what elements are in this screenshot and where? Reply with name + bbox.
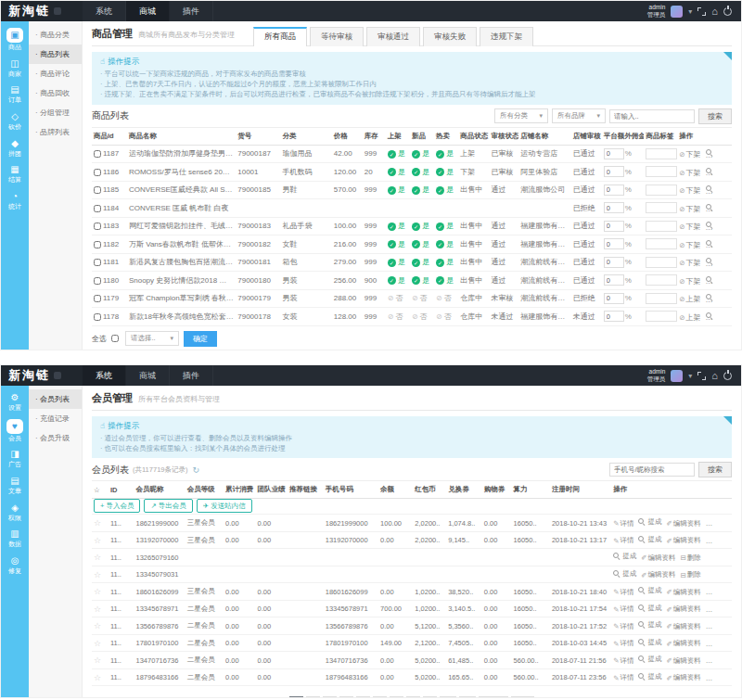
row-checkbox[interactable]	[94, 259, 101, 266]
sidebar-item-shop[interactable]: ◫商家	[2, 57, 28, 80]
row-checkbox[interactable]	[94, 186, 101, 194]
op-edit-link[interactable]: ✎详情	[613, 605, 633, 614]
topnav-item[interactable]: 系统	[83, 1, 126, 21]
home-icon[interactable]: ⌂	[711, 371, 718, 381]
op-edit-link[interactable]: ✎详情	[613, 673, 633, 682]
page-number[interactable]: 8	[406, 696, 420, 697]
op-ban-link[interactable]: ⊘上架	[679, 312, 700, 323]
op-pencil-link[interactable]: ✐编辑资料	[666, 673, 700, 682]
page-number[interactable]: 10	[440, 696, 456, 697]
batch-action-select[interactable]: 请选择..▾	[125, 331, 179, 346]
row-checkbox[interactable]	[94, 313, 101, 321]
keyword-input[interactable]	[609, 109, 695, 123]
tag-input[interactable]	[646, 185, 677, 196]
op-mag-link[interactable]: 提成	[638, 604, 661, 613]
op-mag-link[interactable]: 查看	[706, 202, 730, 212]
op-edit-link[interactable]: ✎详情	[613, 656, 633, 666]
op-pencil-link[interactable]: ✐编辑资料	[641, 554, 675, 563]
op-pencil-link[interactable]: ✐编辑资料	[666, 605, 700, 614]
op-mag-link[interactable]: 提成	[638, 638, 661, 647]
sidebar-item-stats[interactable]: ◔统计	[2, 189, 28, 212]
sidebar-item-repair[interactable]: ◎修复	[2, 554, 28, 577]
page-number[interactable]: 11	[459, 696, 476, 697]
row-checkbox[interactable]	[94, 241, 101, 248]
row-checkbox[interactable]	[94, 295, 101, 302]
op-ban-link[interactable]: ⊘下架	[679, 149, 700, 159]
submenu-item[interactable]: 品牌列表	[29, 122, 82, 142]
commission-input[interactable]	[604, 257, 624, 268]
topnav-item[interactable]: 商城	[126, 1, 170, 21]
op-mag-link[interactable]: 提成	[638, 586, 661, 595]
chevron-down-icon[interactable]: ▾	[688, 7, 692, 16]
op-ban-link[interactable]: ⊘下架	[679, 240, 700, 250]
op-ban-link[interactable]: ⊘下架	[679, 185, 700, 196]
op-edit-link[interactable]: ✎详情	[613, 536, 633, 545]
page-number[interactable]: 4	[339, 696, 353, 697]
op-edit-link[interactable]: ✎详情	[613, 622, 633, 631]
category-select[interactable]: 所有分类▾	[494, 108, 548, 123]
page-number[interactable]: 1	[289, 696, 303, 697]
op-pencil-link[interactable]: ✐编辑资料	[641, 570, 675, 579]
commission-input[interactable]	[604, 166, 624, 177]
submenu-item[interactable]: 会员列表	[29, 389, 82, 409]
brand-select[interactable]: 所有品牌▾	[552, 108, 606, 123]
star-icon[interactable]: ☆	[94, 621, 101, 630]
avatar[interactable]	[671, 6, 683, 18]
sidebar-item-member[interactable]: ♥会员	[2, 417, 28, 444]
sidebar-item-gear[interactable]: ⚙设置	[2, 390, 28, 414]
tag-input[interactable]	[646, 148, 677, 159]
op-mag-link[interactable]: 提成	[638, 620, 661, 630]
sidebar-item-group-buy[interactable]: ◆拼团	[2, 136, 28, 159]
export-button[interactable]: ↗ 导出会员	[144, 499, 192, 513]
op-del-link[interactable]: ⊟删除	[680, 554, 700, 563]
commission-input[interactable]	[604, 221, 624, 232]
topnav-item[interactable]: 插件	[170, 1, 213, 21]
star-icon[interactable]: ☆	[94, 605, 101, 614]
star-icon[interactable]: ☆	[94, 655, 101, 665]
op-mag-link[interactable]: 查看	[706, 166, 730, 176]
tab[interactable]: 违规下架	[480, 27, 533, 46]
tab[interactable]: 审核通过	[366, 27, 420, 46]
row-checkbox[interactable]	[94, 169, 101, 176]
fullscreen-icon[interactable]	[697, 372, 706, 380]
chevron-down-icon[interactable]: ▾	[688, 372, 692, 380]
row-checkbox[interactable]	[94, 150, 101, 158]
submenu-item[interactable]: 商品评论	[29, 64, 82, 83]
op-mag-link[interactable]: 提成	[638, 535, 661, 544]
tab[interactable]: 审核失败	[423, 27, 477, 46]
op-mag-link[interactable]: 查看	[706, 274, 730, 285]
op-ban-link[interactable]: ⊘下架	[679, 222, 700, 232]
op-mag-link[interactable]: 提成	[638, 672, 661, 681]
fullscreen-icon[interactable]	[697, 7, 706, 16]
last-page-button[interactable]: 尾页	[511, 696, 534, 697]
op-mag-link[interactable]: 提成	[638, 655, 661, 664]
submenu-item[interactable]: 商品回收	[29, 83, 82, 103]
star-icon[interactable]: ☆	[94, 553, 101, 562]
commission-input[interactable]	[604, 293, 624, 304]
star-icon[interactable]: ☆	[94, 518, 101, 528]
op-ban-link[interactable]: ⊘下架	[679, 258, 700, 268]
op-pencil-link[interactable]: ✐编辑资料	[666, 519, 700, 528]
power-icon[interactable]	[723, 7, 732, 16]
topnav-item[interactable]: 系统	[83, 365, 126, 386]
send-button[interactable]: ✈ 发送站内信	[197, 499, 252, 513]
page-number[interactable]: 5	[356, 696, 370, 697]
star-icon[interactable]: ☆	[94, 673, 101, 682]
row-checkbox[interactable]	[94, 223, 101, 230]
tag-input[interactable]	[646, 257, 677, 268]
tab[interactable]: 所有商品	[253, 27, 307, 46]
power-icon[interactable]	[723, 372, 732, 380]
commission-input[interactable]	[604, 274, 624, 286]
tag-input[interactable]	[646, 221, 677, 232]
page-number[interactable]: 7	[390, 696, 403, 697]
op-ban-link[interactable]: ⊘下架	[679, 204, 700, 214]
star-icon[interactable]: ☆	[94, 587, 101, 596]
op-edit-link[interactable]: ✎详情	[613, 639, 633, 648]
submenu-item[interactable]: 商品分类	[29, 25, 82, 45]
topnav-item[interactable]: 插件	[170, 365, 213, 386]
sidebar-item-order[interactable]: ▤订单	[2, 83, 28, 106]
op-ban-link[interactable]: ⊘上架	[679, 294, 700, 304]
op-mag-link[interactable]: 提成	[613, 569, 636, 579]
op-pencil-link[interactable]: ✐编辑资料	[666, 588, 700, 597]
tag-input[interactable]	[646, 274, 677, 286]
